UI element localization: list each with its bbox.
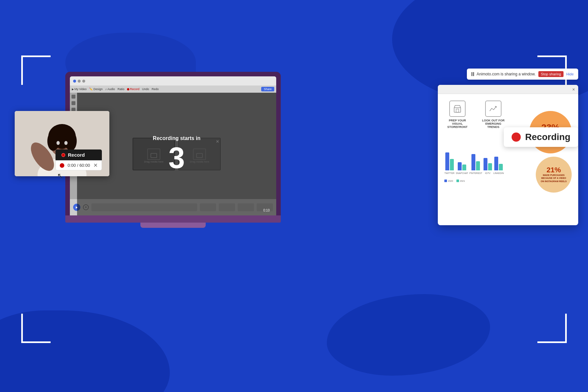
bar-pinterest-2020 [471,154,475,170]
sidebar-icon-1 [72,95,75,99]
svg-point-6 [65,131,77,151]
toolbar-undo[interactable]: Undo [142,87,149,91]
chart-group-linkedin: LINKEDIN [493,157,504,174]
record-timer-bar: 0:00 / 60:00 ✕ [56,160,102,170]
svg-rect-10 [456,109,459,112]
chart-group-snapchat: SNAPCHAT [456,162,468,174]
sidebar-icon-2 [72,101,75,105]
bar-snapchat-2020 [458,162,462,170]
toolbar-share[interactable]: Share [261,87,274,91]
chart-label-pinterest: PINTEREST [469,172,482,174]
bubble-percent-2: 21% [547,166,561,174]
toolbar-audio[interactable]: ♪ Audio [105,87,115,91]
chart-container: TWITTER SNAPCHAT [444,135,504,182]
corner-bracket-bl [21,314,51,343]
toolbar-record[interactable]: Record [127,87,139,91]
recording-dot-icon [512,133,521,142]
toolbar-ratio[interactable]: Ratio [118,87,124,91]
bar-igtv-2021 [488,163,492,170]
panel-trends-block: LOOK OUT FOREMERGING TRENDS [480,101,506,129]
bar-igtv-2020 [484,158,487,170]
record-button-text: Record [68,152,85,158]
stat-bubble-reels: 21% MADE PURCHASES BECAUSE OF A VIDEO ON… [536,157,572,193]
chart-group-igtv: IGTV [484,158,492,174]
panel-header: × [438,85,578,94]
recording-starts-text: Recording starts in [153,135,200,141]
toolbar-design[interactable]: ✏️ Design [89,87,103,91]
svg-rect-9 [454,108,461,112]
toolbar-my-video: ▶ My Video [72,87,87,91]
editor-timer: 0:10 [263,209,270,212]
bar-twitter-2021 [450,159,454,170]
bar-linkedin-2021 [499,164,503,170]
laptop-stand [140,223,206,228]
pause-icon [471,72,474,76]
legend-2021: 2021 [456,180,465,182]
timer-red-dot [60,163,64,168]
bar-snapchat-2021 [462,165,466,170]
sharing-text: Animoto.com is sharing a window. [477,72,536,76]
window-dot-2 [78,80,81,83]
toolbar-redo[interactable]: Redo [151,87,159,91]
corner-bracket-tl [21,55,51,85]
chart-legend: 2020 2021 [444,180,504,182]
sharing-bar: Animoto.com is sharing a window. Stop sh… [467,69,578,80]
window-dot-1 [73,80,76,83]
bubble-container: 23% MADE PURCHASES BECAUSE OF A VIDEO ON… [529,111,572,193]
close-button[interactable]: × [572,87,575,92]
record-button-label[interactable]: Record [56,149,102,160]
storefront-label: PREP YOUR VISUALSTOREFRONT [444,119,470,129]
cursor-icon: ↖ [57,172,63,180]
storefront-icon [449,101,466,117]
chart-group-twitter: TWITTER [444,152,454,174]
record-indicator-dot [61,153,65,157]
stop-sharing-button[interactable]: Stop sharing [538,71,564,77]
laptop-base [65,215,281,223]
chart-label-snapchat: SNAPCHAT [456,172,468,174]
chart-label-linkedin: LINKEDIN [493,172,504,174]
trends-label: LOOK OUT FOREMERGING TRENDS [480,119,506,129]
recording-badge-text: Recording [525,132,570,142]
timer-text: 0:00 / 60:00 [68,163,90,168]
panel-storefront-block: PREP YOUR VISUALSTOREFRONT [444,101,470,129]
chart-label-igtv: IGTV [485,172,490,174]
bg-wave-4 [327,294,490,376]
corner-bracket-br [537,314,567,343]
bar-twitter-2020 [445,152,449,170]
chart-label-twitter: TWITTER [444,172,454,174]
window-dot-3 [82,80,85,83]
browser-chrome [70,76,276,86]
svg-point-5 [47,131,59,151]
chart-area: TWITTER SNAPCHAT [444,135,504,178]
chart-group-pinterest: PINTEREST [469,154,482,174]
bar-pinterest-2021 [476,161,480,170]
bubble-text-2: MADE PURCHASES BECAUSE OF A VIDEO ON INS… [541,174,567,182]
sharing-panel: × PREP YOUR VISUALSTOREFRONT [438,85,578,225]
countdown-number: 3 [168,143,185,173]
trends-icon [485,101,501,117]
hide-button[interactable]: Hide [566,72,574,76]
svg-point-8 [64,141,68,145]
timer-close-button[interactable]: ✕ [93,162,98,168]
svg-point-7 [56,141,60,145]
record-popup: Record 0:00 / 60:00 ✕ ↖ [56,149,102,170]
browser-toolbar: ▶ My Video ✏️ Design ♪ Audio Ratio Recor… [70,86,276,93]
recording-badge: Recording [504,127,578,147]
legend-2020: 2020 [444,180,453,182]
bar-linkedin-2020 [494,157,498,170]
